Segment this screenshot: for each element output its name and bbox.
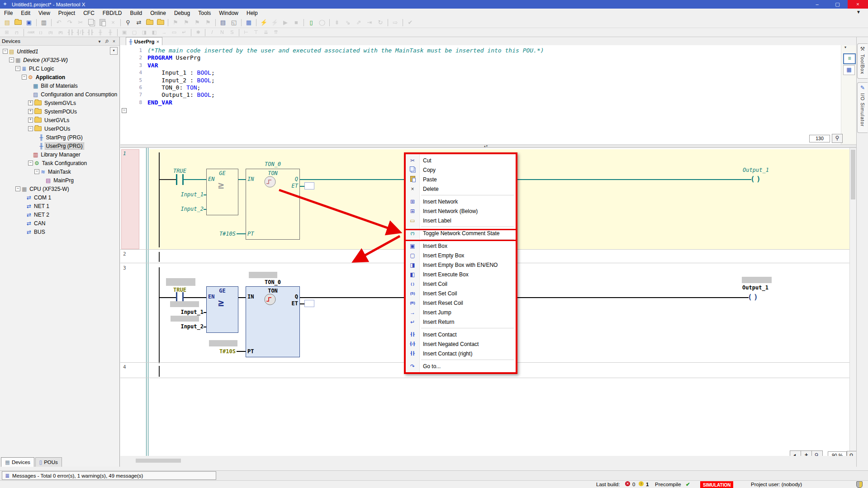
- tree-item-userprg-prg[interactable]: ╫UserPrg (PRG): [0, 142, 119, 150]
- tree-item-library-manager[interactable]: ▥Library Manager: [0, 150, 119, 159]
- single-cycle-button[interactable]: ↻: [375, 18, 385, 27]
- code-line[interactable]: (*The main code inserted by the user and…: [147, 47, 838, 54]
- editor-fit-zoom-button[interactable]: ⚲: [832, 134, 843, 143]
- tab-devices[interactable]: ▦ Devices: [1, 457, 34, 467]
- context-insert-network-below[interactable]: ⊞Insert Network (Below): [406, 206, 516, 216]
- context-insert-label[interactable]: ▭Insert Label: [406, 216, 516, 225]
- menu-fbd-ld[interactable]: FBD/LD: [99, 9, 126, 17]
- scrollbar-thumb[interactable]: [136, 459, 181, 463]
- ld-negation-button[interactable]: /: [208, 28, 217, 36]
- menu-online[interactable]: Online: [146, 9, 170, 17]
- ld-insert-negated-contact-button[interactable]: ┨/┠: [76, 28, 85, 36]
- filter-icon[interactable]: ▼: [855, 9, 862, 16]
- code-line[interactable]: Output_1: BOOL;: [147, 91, 838, 99]
- tree-item-mainprg[interactable]: ▤MainPrg: [0, 176, 119, 185]
- tree-expander[interactable]: −: [28, 161, 33, 166]
- tab-pous[interactable]: ▯ POUs: [35, 457, 62, 467]
- build-button[interactable]: ▦: [244, 18, 254, 27]
- ld-parallel-negated-contact-button[interactable]: ╫: [106, 28, 115, 36]
- run-button[interactable]: ▶: [280, 18, 290, 27]
- tree-expander[interactable]: +: [28, 109, 33, 114]
- code-line[interactable]: Input_1 : BOOL;: [147, 69, 838, 76]
- context-insert-contact-right[interactable]: ┨┠Insert Contact (right): [406, 349, 516, 358]
- menu-view[interactable]: View: [34, 9, 54, 17]
- tree-item-bus[interactable]: ⇄BUS: [0, 227, 119, 236]
- context-copy[interactable]: Copy: [406, 165, 516, 175]
- tree-item-task-configuration[interactable]: −⚙Task Configuration: [0, 159, 119, 167]
- coil-operand[interactable]: Output_1: [738, 167, 774, 173]
- tab-io-simulator[interactable]: ✎ I/O Simulator: [857, 82, 868, 133]
- coil-symbol[interactable]: (: [750, 175, 755, 183]
- maximize-button[interactable]: ▢: [827, 0, 848, 9]
- tree-item-untitled1[interactable]: −▤Untitled1: [0, 47, 119, 56]
- ld-update-parameters-button[interactable]: ✱: [194, 28, 203, 36]
- ld-insert-contact-right-button[interactable]: ┨┠: [86, 28, 95, 36]
- context-go-to[interactable]: ↷Go to...: [406, 361, 516, 371]
- coil-symbol[interactable]: (: [748, 293, 752, 301]
- context-cut[interactable]: ✂Cut: [406, 156, 516, 165]
- operand-address-box[interactable]: [249, 272, 277, 278]
- tree-item-device-xf325-w[interactable]: −▦Device (XF325-W): [0, 56, 119, 64]
- undo-button[interactable]: ↶: [54, 18, 64, 27]
- splitter-grip-icon[interactable]: ▴▾: [484, 144, 488, 148]
- menu-window[interactable]: Window: [215, 9, 242, 17]
- tab-userprg[interactable]: ╫ UserPrg ×: [126, 37, 162, 46]
- tree-item-net-1[interactable]: ⇄NET 1: [0, 202, 119, 210]
- security-shield-icon[interactable]: [856, 481, 863, 488]
- project-settings-button[interactable]: ▤: [218, 18, 228, 27]
- context-insert-set-coil[interactable]: (S)Insert Set Coil: [406, 289, 516, 298]
- cut-button[interactable]: ✂: [76, 18, 85, 27]
- pt-operand[interactable]: T#10S: [210, 231, 236, 237]
- menu-build[interactable]: Build: [126, 9, 147, 17]
- paste-button[interactable]: [97, 18, 107, 27]
- ld-set-reset-button[interactable]: S: [228, 28, 237, 36]
- ton-instance-name[interactable]: TON_0: [246, 161, 300, 167]
- tree-item-can[interactable]: ⇄CAN: [0, 219, 119, 227]
- tree-expander[interactable]: −: [3, 49, 8, 54]
- previous-bookmark-button[interactable]: ⚑: [181, 18, 191, 27]
- contact-symbol[interactable]: [176, 174, 177, 185]
- tree-expander[interactable]: −: [22, 75, 27, 80]
- editor-zoom-value[interactable]: 130: [809, 135, 830, 142]
- declaration-editor[interactable]: − 12345678 (*The main code inserted by t…: [120, 45, 856, 144]
- menu-help[interactable]: Help: [242, 9, 262, 17]
- ld-edge-detection-button[interactable]: N: [218, 28, 227, 36]
- tree-item-startprg-prg[interactable]: ╫StartPrg (PRG): [0, 133, 119, 142]
- delete-button[interactable]: ×: [108, 18, 118, 27]
- operand-address-box[interactable]: [170, 301, 199, 307]
- context-insert-contact[interactable]: ┨┠Insert Contact: [406, 330, 516, 339]
- zoom-tool-button[interactable]: ⚲: [811, 450, 823, 456]
- check-values-button[interactable]: ✔: [405, 18, 415, 27]
- context-insert-coil[interactable]: ( )Insert Coil: [406, 279, 516, 289]
- ld-insert-set-coil-button[interactable]: (S): [46, 28, 55, 36]
- tree-expander[interactable]: −: [15, 186, 20, 191]
- context-insert-execute-box[interactable]: ◧Insert Execute Box: [406, 270, 516, 279]
- code-line[interactable]: Input_2 : BOOL;: [147, 77, 838, 84]
- step-over-button[interactable]: ⇟: [332, 18, 342, 27]
- pin-icon[interactable]: ⚲: [102, 37, 111, 45]
- editor-splitter[interactable]: ▴▾: [120, 144, 856, 148]
- close-button[interactable]: ×: [848, 0, 868, 9]
- ld-parallel-contact-button[interactable]: ╫: [96, 28, 105, 36]
- tree-item-cpu-xf325-w[interactable]: −▦CPU (XF325-W): [0, 185, 119, 193]
- pan-tool-button[interactable]: +: [801, 450, 812, 456]
- scrollbar-thumb[interactable]: [851, 150, 855, 199]
- ld-insert-empty-box-button[interactable]: ▢: [130, 28, 139, 36]
- toggle-bookmark-button[interactable]: ⚑: [171, 18, 180, 27]
- pt-operand[interactable]: T#10S: [210, 348, 236, 355]
- network-1-number[interactable]: 1: [123, 151, 126, 156]
- menu-cfc[interactable]: CFC: [79, 9, 99, 17]
- tabular-view-button[interactable]: ▦: [843, 65, 855, 75]
- operand-address-box[interactable]: [742, 277, 772, 283]
- ld-insert-network-button[interactable]: ⊞: [2, 28, 11, 36]
- ld-insert-jump-button[interactable]: →: [160, 28, 169, 36]
- open-project-button[interactable]: [13, 18, 23, 27]
- export-button[interactable]: ◱: [229, 18, 239, 27]
- fold-collapse-icon[interactable]: −: [122, 108, 127, 113]
- new-project-button[interactable]: ▤: [2, 18, 12, 27]
- context-insert-box[interactable]: ▣Insert Box: [406, 241, 516, 251]
- code-line[interactable]: TON_0: TON;: [147, 84, 838, 91]
- code-line[interactable]: END_VAR: [147, 99, 838, 106]
- tab-toolbox[interactable]: ⚒ ToolBox: [857, 43, 868, 79]
- ladder-zoom-value[interactable]: 90 %: [828, 451, 847, 456]
